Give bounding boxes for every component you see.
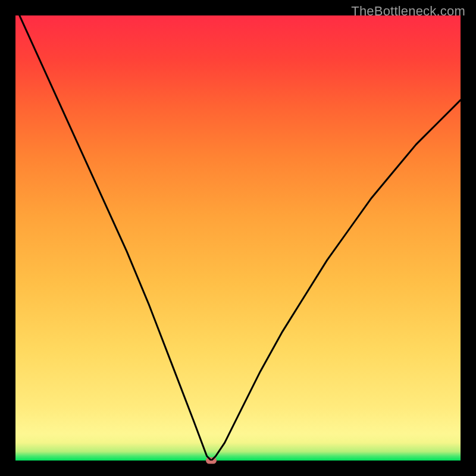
bottleneck-curve: [15, 15, 461, 461]
plot-area: [15, 15, 461, 461]
watermark-text: TheBottleneck.com: [351, 4, 465, 19]
chart-frame: TheBottleneck.com: [0, 0, 476, 476]
